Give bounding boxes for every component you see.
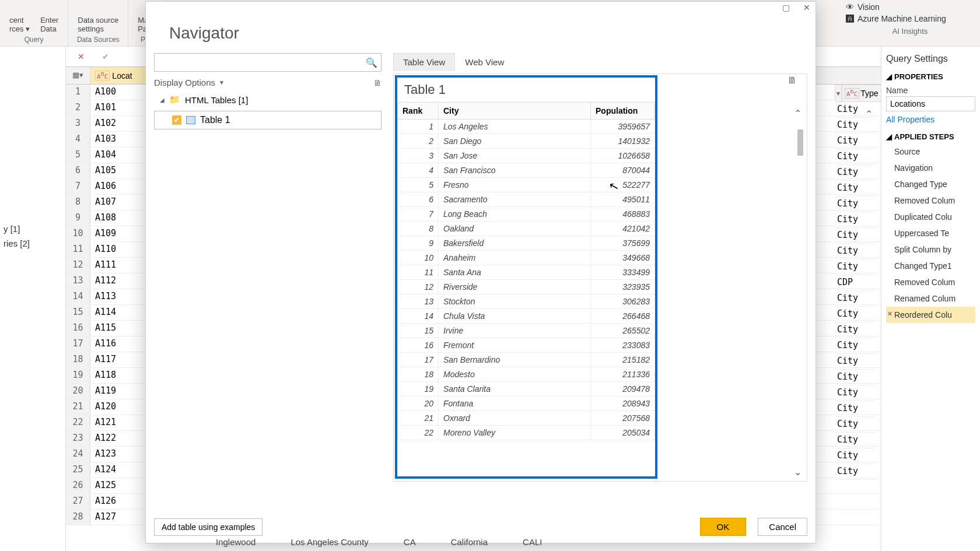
applied-step[interactable]: Split Column by xyxy=(886,241,975,258)
scroll-up-icon[interactable]: ⌃ xyxy=(794,108,802,119)
row-number: 11 xyxy=(66,242,90,257)
scroll-up-icon[interactable]: ⌃ xyxy=(865,108,873,120)
cell: City xyxy=(835,370,876,385)
ok-button[interactable]: OK xyxy=(700,518,747,536)
properties-section[interactable]: ◢PROPERTIES xyxy=(886,70,975,83)
label: APPLIED STEPS xyxy=(894,132,954,141)
refresh-tree-icon[interactable]: 🗎 xyxy=(373,78,382,87)
apply-check-icon[interactable]: ✔ xyxy=(102,52,109,61)
applied-step[interactable]: Duplicated Colu xyxy=(886,209,975,225)
table-row[interactable]: 12Riverside323935 xyxy=(398,280,655,294)
table-row[interactable]: 21Oxnard207568 xyxy=(398,411,655,426)
row-number: 26 xyxy=(66,478,90,493)
table-row[interactable]: 11Santa Ana333499 xyxy=(398,265,655,280)
text-type-icon: ABC xyxy=(95,71,110,81)
table-row[interactable]: 16Fremont233083 xyxy=(398,338,655,353)
query-group[interactable]: y [1] xyxy=(0,222,65,236)
tab-web-view[interactable]: Web View xyxy=(455,53,514,71)
cell-rank: 5 xyxy=(398,178,439,192)
table-row[interactable]: 13Stockton306283 xyxy=(398,294,655,309)
label: centrces ▾ xyxy=(9,16,30,33)
vision-button[interactable]: 👁Vision xyxy=(846,1,974,13)
scroll-down-icon[interactable]: ⌄ xyxy=(794,466,802,478)
enter-data-button[interactable]: EnterData xyxy=(38,15,61,34)
cell-rank: 19 xyxy=(398,382,439,396)
applied-step[interactable]: Changed Type xyxy=(886,176,975,192)
tab-table-view[interactable]: Table View xyxy=(393,53,455,71)
table-row[interactable]: 14Chula Vista266468 xyxy=(398,309,655,324)
cell-city: Anaheim xyxy=(439,251,591,265)
tree-item-table1[interactable]: ✔ Table 1 xyxy=(154,111,382,129)
table-row[interactable]: 3San Jose1026658 xyxy=(398,149,655,163)
cell-rank: 18 xyxy=(398,367,439,382)
cell: City xyxy=(835,259,876,275)
table-row[interactable]: 18Modesto211336 xyxy=(398,367,655,382)
applied-step[interactable]: Source xyxy=(886,143,975,160)
table-row[interactable]: 4San Francisco870044 xyxy=(398,163,655,178)
data-source-settings-button[interactable]: Data sourcesettings xyxy=(75,15,121,34)
row-number: 20 xyxy=(66,384,90,399)
display-options-dropdown[interactable]: Display Options ▼ xyxy=(154,78,225,87)
applied-step[interactable]: Uppercased Te xyxy=(886,225,975,241)
table-row[interactable]: 15Irvine265502 xyxy=(398,324,655,338)
table-row[interactable]: 17San Bernardino215182 xyxy=(398,353,655,367)
applied-step[interactable]: Removed Colum xyxy=(886,274,975,290)
cancel-x-icon[interactable]: ✕ xyxy=(78,52,85,61)
cell: Los Angeles County xyxy=(290,537,368,551)
add-table-examples-button[interactable]: Add table using examples xyxy=(154,518,262,536)
row-number: 15 xyxy=(66,305,90,320)
table-row[interactable]: 5Fresno522277 xyxy=(398,178,655,192)
row-number: 2 xyxy=(66,100,90,115)
table-row[interactable]: 10Anaheim349668 xyxy=(398,251,655,265)
col-rank[interactable]: Rank xyxy=(398,103,439,120)
close-icon[interactable]: ✕ xyxy=(802,2,812,13)
table-icon[interactable]: ▦▾ xyxy=(72,71,83,79)
table-row[interactable]: 8Oakland421042 xyxy=(398,222,655,236)
recent-sources-button[interactable]: centrces ▾ xyxy=(7,15,32,34)
table-row[interactable]: 9Bakersfield375699 xyxy=(398,236,655,251)
cancel-button[interactable]: Cancel xyxy=(758,518,807,536)
label: Vision xyxy=(858,2,880,12)
cell-pop: 266468 xyxy=(591,309,655,324)
table-row[interactable]: 6Sacramento495011 xyxy=(398,192,655,207)
table-row[interactable]: 19Santa Clarita209478 xyxy=(398,382,655,396)
row-number: 8 xyxy=(66,195,90,210)
search-input[interactable] xyxy=(158,58,366,67)
label: PROPERTIES xyxy=(894,72,943,81)
collapse-icon: ◢ xyxy=(886,72,892,81)
table-row[interactable]: 20Fontana208943 xyxy=(398,396,655,411)
azure-ml-button[interactable]: 🅰Azure Machine Learning xyxy=(846,13,974,24)
table-row[interactable]: 7Long Beach468883 xyxy=(398,207,655,222)
cell-city: Oxnard xyxy=(439,411,591,426)
table-row[interactable]: 2San Diego1401932 xyxy=(398,134,655,149)
column-header-type[interactable]: ABCType xyxy=(842,85,881,102)
table-row[interactable]: 22Moreno Valley205034 xyxy=(398,426,655,440)
search-icon[interactable]: 🔍 xyxy=(366,57,377,68)
table-row[interactable]: 1Los Angeles3959657 xyxy=(398,120,655,134)
row-number: 16 xyxy=(66,321,90,336)
row-number: 24 xyxy=(66,447,90,462)
cell: City xyxy=(835,385,876,401)
col-city[interactable]: City xyxy=(439,103,591,120)
cell: City xyxy=(835,291,876,307)
applied-step[interactable]: Reordered Colu xyxy=(886,307,975,323)
col-population[interactable]: Population xyxy=(591,103,655,120)
applied-step[interactable]: Navigation xyxy=(886,160,975,176)
applied-steps-section[interactable]: ◢APPLIED STEPS xyxy=(886,130,975,143)
checkbox-checked-icon[interactable]: ✔ xyxy=(172,115,181,125)
query-group[interactable]: ries [2] xyxy=(0,236,65,251)
applied-step[interactable]: Renamed Colum xyxy=(886,290,975,307)
column-dropdown-icon[interactable]: ▼ xyxy=(835,85,842,102)
preview-title: Table 1 xyxy=(397,78,655,102)
cell-rank: 9 xyxy=(398,236,439,251)
row-number: 17 xyxy=(66,336,90,352)
applied-step[interactable]: Removed Colum xyxy=(886,192,975,209)
scrollbar-thumb[interactable] xyxy=(797,129,803,156)
applied-step[interactable]: Changed Type1 xyxy=(886,258,975,274)
search-box[interactable]: 🔍 xyxy=(154,53,382,72)
all-properties-link[interactable]: All Properties xyxy=(886,111,975,130)
tree-folder-html-tables[interactable]: ◢ 📁 HTML Tables [1] xyxy=(154,91,382,108)
cell-rank: 6 xyxy=(398,192,439,207)
query-name-input[interactable] xyxy=(886,96,975,111)
maximize-icon[interactable]: ▢ xyxy=(780,2,791,13)
